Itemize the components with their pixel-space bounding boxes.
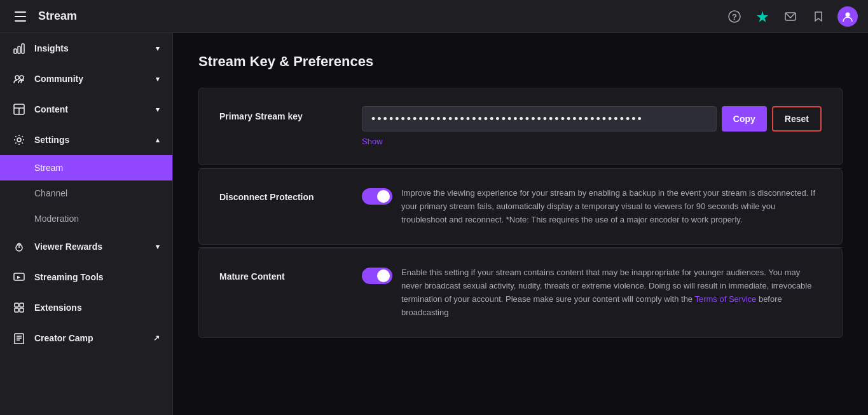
svg-marker-2 [757,11,768,22]
stream-key-label: Primary Stream key [219,106,347,121]
stream-key-input-row: Copy Reset [362,106,822,132]
settings-chevron: ▴ [156,136,160,144]
disconnect-toggle-slider [362,188,392,205]
disconnect-toggle[interactable] [362,188,392,205]
mail-icon[interactable] [782,8,799,25]
sidebar-item-content-label: Content [34,104,68,114]
mature-content-control: Enable this setting if your stream conta… [362,266,822,319]
insights-chevron: ▾ [156,44,160,53]
svg-point-13 [17,138,21,142]
disconnect-toggle-wrap: Improve the viewing experience for your … [362,187,822,226]
insights-icon [13,42,25,55]
mature-toggle-wrap: Enable this setting if your stream conta… [362,266,822,319]
sidebar-item-insights[interactable]: Insights ▾ [0,33,172,64]
disconnect-protection-card: Disconnect Protection Improve the viewin… [198,168,843,245]
svg-rect-21 [15,334,24,344]
mature-content-label: Mature Content [219,266,347,282]
sidebar: Insights ▾ Community ▾ [0,33,173,415]
svg-rect-20 [20,308,24,312]
svg-rect-6 [18,46,20,53]
creator-camp-external-icon: ↗ [153,334,160,343]
svg-point-8 [15,76,19,79]
sidebar-item-community[interactable]: Community ▾ [0,64,172,94]
content-chevron: ▾ [156,105,160,114]
streaming-tools-icon [13,271,25,283]
main-layout: Insights ▾ Community ▾ [0,33,868,415]
reset-button[interactable]: Reset [772,106,822,132]
sidebar-sub-item-moderation[interactable]: Moderation [0,206,172,231]
sidebar-item-viewer-rewards-label: Viewer Rewards [34,242,102,252]
sidebar-item-viewer-rewards[interactable]: Viewer Rewards ▾ [0,231,172,262]
svg-rect-17 [15,303,18,307]
svg-rect-18 [20,303,24,307]
bookmark-icon[interactable] [809,8,827,25]
viewer-rewards-icon [13,240,25,253]
user-avatar[interactable] [837,6,858,27]
sidebar-item-creator-camp[interactable]: Creator Camp ↗ [0,323,172,353]
extensions-icon [13,301,25,314]
sidebar-sub-item-stream[interactable]: Stream [0,155,172,180]
sidebar-sub-item-channel[interactable]: Channel [0,180,172,206]
svg-rect-7 [22,44,24,53]
svg-text:?: ? [732,12,737,22]
stream-key-input[interactable] [362,106,717,132]
sidebar-item-settings[interactable]: Settings ▴ [0,125,172,155]
sidebar-item-settings-label: Settings [34,135,69,145]
show-key-link[interactable]: Show [362,137,383,146]
topnav-right-icons: ? [726,6,858,27]
copy-button[interactable]: Copy [722,106,767,132]
mature-content-toggle[interactable] [362,268,392,284]
sidebar-item-streaming-tools[interactable]: Streaming Tools [0,262,172,292]
stream-key-row: Primary Stream key Copy Reset Show [219,106,822,147]
mature-content-row: Mature Content Enable this setting if yo… [219,266,822,319]
content-icon [13,103,25,116]
sidebar-item-extensions-label: Extensions [34,303,82,313]
sidebar-item-creator-camp-label: Creator Camp [34,333,93,343]
top-navigation: Stream ? [0,0,868,33]
twitch-stars-icon[interactable] [754,8,771,25]
community-chevron: ▾ [156,75,160,83]
mature-content-card: Mature Content Enable this setting if yo… [198,248,843,337]
main-content: Stream Key & Preferences Primary Stream … [173,33,868,415]
primary-stream-key-card: Primary Stream key Copy Reset Show [198,88,843,165]
settings-icon [13,133,25,146]
stream-key-controls: Copy Reset Show [362,106,822,147]
tos-link[interactable]: Terms of Service [694,294,756,304]
mature-content-desc: Enable this setting if your stream conta… [401,266,822,319]
hamburger-menu[interactable] [10,6,31,27]
svg-rect-5 [14,49,17,53]
page-title: Stream Key & Preferences [198,53,843,70]
disconnect-protection-desc: Improve the viewing experience for your … [401,187,822,226]
viewer-rewards-chevron: ▾ [156,243,160,251]
sidebar-item-extensions[interactable]: Extensions [0,292,172,323]
sidebar-item-content[interactable]: Content ▾ [0,94,172,125]
sidebar-item-community-label: Community [34,74,83,84]
disconnect-protection-row: Disconnect Protection Improve the viewin… [219,187,822,226]
help-icon[interactable]: ? [726,8,743,25]
community-icon [13,72,25,85]
mature-toggle-slider [362,268,392,284]
svg-rect-19 [15,308,18,312]
creator-camp-icon [13,332,25,344]
svg-point-4 [846,12,850,17]
app-title: Stream [38,10,77,23]
disconnect-protection-control: Improve the viewing experience for your … [362,187,822,226]
svg-point-9 [20,76,24,79]
sidebar-item-streaming-tools-label: Streaming Tools [34,272,104,282]
disconnect-protection-label: Disconnect Protection [219,187,347,202]
sidebar-item-insights-label: Insights [34,43,69,53]
